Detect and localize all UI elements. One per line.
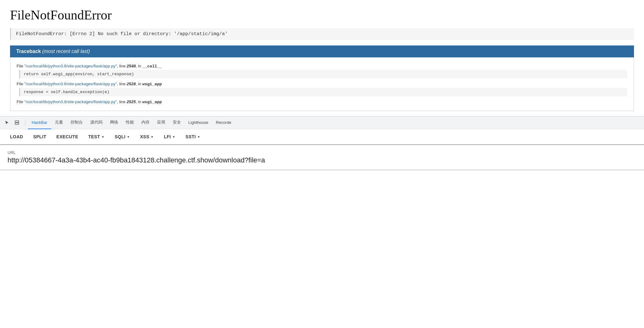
layers-icon[interactable] xyxy=(13,118,21,127)
devtools-bar: HackBar 元素 控制台 源代码 网络 性能 内存 应用 安全 Lighth… xyxy=(0,116,644,129)
lfi-dropdown-arrow: ▼ xyxy=(172,135,175,139)
error-page: FileNotFoundError FileNotFoundError: [Er… xyxy=(0,0,644,116)
test-dropdown-arrow: ▼ xyxy=(101,135,104,139)
xss-dropdown-arrow: ▼ xyxy=(150,135,154,139)
url-label: URL xyxy=(8,150,636,155)
svg-rect-0 xyxy=(15,121,19,122)
url-value: http://05384667-4a3a-43b4-ac40-fb9ba1843… xyxy=(8,156,636,164)
error-subtitle: FileNotFoundError: [Errno 2] No such fil… xyxy=(10,28,634,40)
load-button[interactable]: LOAD xyxy=(5,132,28,141)
cursor-icon[interactable] xyxy=(3,118,11,127)
traceback-body: File "/usr/local/lib/python3.8/site-pack… xyxy=(10,57,634,111)
lfi-button[interactable]: LFI ▼ xyxy=(159,132,181,141)
traceback-label: Traceback xyxy=(16,49,41,54)
tab-lighthouse[interactable]: Lighthouse xyxy=(185,116,212,129)
ssti-dropdown-arrow: ▼ xyxy=(197,135,200,139)
hackbar-buttons: LOAD SPLIT EXECUTE TEST ▼ SQLI ▼ XSS ▼ L… xyxy=(0,132,644,145)
svg-rect-1 xyxy=(15,123,19,124)
func-name-2: wsgi_app xyxy=(142,82,162,87)
line-num-1: 2548 xyxy=(127,64,136,68)
traceback-header: Traceback (most recent call last) xyxy=(10,45,634,57)
traceback-file-link-2[interactable]: "/usr/local/lib/python3.8/site-packages/… xyxy=(24,82,117,86)
traceback-entry: File "/usr/local/lib/python3.8/site-pack… xyxy=(17,64,627,78)
line-num-2: 2528 xyxy=(127,82,136,86)
traceback-file-1: File "/usr/local/lib/python3.8/site-pack… xyxy=(17,64,627,69)
split-button[interactable]: SPLIT xyxy=(28,132,51,141)
test-button[interactable]: TEST ▼ xyxy=(83,132,109,141)
tab-sources[interactable]: 源代码 xyxy=(87,116,106,129)
traceback-file-link-1[interactable]: "/usr/local/lib/python3.8/site-packages/… xyxy=(24,64,117,68)
traceback-entry: File "/usr/local/lib/python3.8/site-pack… xyxy=(17,99,627,104)
traceback-code-2: response = self.handle_exception(e) xyxy=(19,88,627,96)
tab-security[interactable]: 安全 xyxy=(169,116,185,129)
execute-button[interactable]: EXECUTE xyxy=(51,132,83,141)
traceback-file-link-3[interactable]: "/usr/local/lib/python3.8/site-packages/… xyxy=(24,99,117,104)
sqli-dropdown-arrow: ▼ xyxy=(127,135,130,139)
tab-performance[interactable]: 性能 xyxy=(122,116,138,129)
tab-recorder[interactable]: Recorde xyxy=(212,116,235,129)
tab-console[interactable]: 控制台 xyxy=(67,116,87,129)
sqli-button[interactable]: SQLI ▼ xyxy=(110,132,135,141)
url-section: URL http://05384667-4a3a-43b4-ac40-fb9ba… xyxy=(0,145,644,169)
traceback-file-3: File "/usr/local/lib/python3.8/site-pack… xyxy=(17,99,627,104)
tab-application[interactable]: 应用 xyxy=(153,116,169,129)
bottom-bar xyxy=(0,169,644,171)
func-name-3: wsgi_app xyxy=(142,100,162,104)
hackbar-section: LOAD SPLIT EXECUTE TEST ▼ SQLI ▼ XSS ▼ L… xyxy=(0,129,644,145)
ssti-button[interactable]: SSTI ▼ xyxy=(181,132,206,141)
error-title: FileNotFoundError xyxy=(10,8,634,23)
tab-network[interactable]: 网络 xyxy=(106,116,122,129)
xss-button[interactable]: XSS ▼ xyxy=(135,132,159,141)
func-name-1: __call__ xyxy=(142,64,162,69)
traceback-note: (most recent call last) xyxy=(42,49,90,54)
tab-memory[interactable]: 内存 xyxy=(138,116,153,129)
line-num-3: 2525 xyxy=(127,99,136,104)
tab-hackbar[interactable]: HackBar xyxy=(28,116,51,129)
tab-elements[interactable]: 元素 xyxy=(51,116,67,129)
traceback-entry: File "/usr/local/lib/python3.8/site-pack… xyxy=(17,82,627,96)
traceback-code-1: return self.wsgi_app(environ, start_resp… xyxy=(19,70,627,78)
devtools-separator xyxy=(25,119,25,126)
traceback-file-2: File "/usr/local/lib/python3.8/site-pack… xyxy=(17,82,627,87)
